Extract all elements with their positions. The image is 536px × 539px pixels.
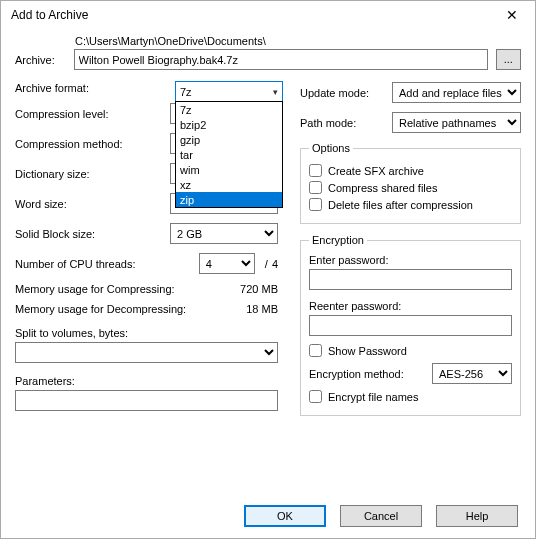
enc-method-select[interactable]: AES-256 [432,363,512,384]
close-icon[interactable]: ✕ [497,7,527,23]
split-label: Split to volumes, bytes: [15,327,278,339]
mem-comp-label: Memory usage for Compressing: [15,283,175,295]
format-dropdown[interactable]: 7z ▾ 7zbzip2gziptarwimxzzip [175,81,283,208]
sfx-checkbox[interactable] [309,164,322,177]
format-option-7z[interactable]: 7z [176,102,282,117]
threads-select[interactable]: 4 [199,253,255,274]
shared-label: Compress shared files [328,182,437,194]
update-label: Update mode: [300,87,384,99]
enc-names-label: Encrypt file names [328,391,418,403]
dict-label: Dictionary size: [15,168,170,180]
threads-sep: / [265,258,268,270]
mem-comp-value: 720 MB [240,283,278,295]
archive-label: Archive: [15,54,74,66]
browse-button[interactable]: ... [496,49,521,70]
window-title: Add to Archive [11,8,88,22]
path-label: Path mode: [300,117,384,129]
delete-checkbox[interactable] [309,198,322,211]
shared-checkbox[interactable] [309,181,322,194]
format-option-xz[interactable]: xz [176,177,282,192]
mem-decomp-value: 18 MB [246,303,278,315]
threads-max: 4 [272,258,278,270]
param-label: Parameters: [15,375,278,387]
showpw-label: Show Password [328,345,407,357]
format-option-tar[interactable]: tar [176,147,282,162]
level-label: Compression level: [15,108,170,120]
enter-pw-label: Enter password: [309,254,512,266]
split-combo[interactable] [15,342,278,363]
method-label: Compression method: [15,138,170,150]
path-select[interactable]: Relative pathnames [392,112,521,133]
encryption-group: Encryption Enter password: Reenter passw… [300,234,521,416]
update-select[interactable]: Add and replace files [392,82,521,103]
enter-pw-input[interactable] [309,269,512,290]
delete-label: Delete files after compression [328,199,473,211]
format-option-zip[interactable]: zip [176,192,282,207]
word-label: Word size: [15,198,170,210]
reenter-pw-input[interactable] [309,315,512,336]
archive-name-input[interactable] [74,49,488,70]
format-label: Archive format: [15,82,170,94]
param-input[interactable] [15,390,278,411]
block-select[interactable]: 2 GB [170,223,278,244]
block-label: Solid Block size: [15,228,170,240]
format-selected: 7z [180,86,192,98]
format-option-bzip2[interactable]: bzip2 [176,117,282,132]
sfx-label: Create SFX archive [328,165,424,177]
help-button[interactable]: Help [436,505,518,527]
reenter-pw-label: Reenter password: [309,300,512,312]
format-option-wim[interactable]: wim [176,162,282,177]
encryption-legend: Encryption [309,234,367,246]
enc-names-checkbox[interactable] [309,390,322,403]
options-legend: Options [309,142,353,154]
archive-path: C:\Users\Martyn\OneDrive\Documents\ [75,35,521,47]
threads-label: Number of CPU threads: [15,258,199,270]
enc-method-label: Encryption method: [309,368,426,380]
ok-button[interactable]: OK [244,505,326,527]
chevron-down-icon: ▾ [273,87,278,97]
mem-decomp-label: Memory usage for Decompressing: [15,303,186,315]
options-group: Options Create SFX archive Compress shar… [300,142,521,224]
showpw-checkbox[interactable] [309,344,322,357]
format-option-gzip[interactable]: gzip [176,132,282,147]
cancel-button[interactable]: Cancel [340,505,422,527]
